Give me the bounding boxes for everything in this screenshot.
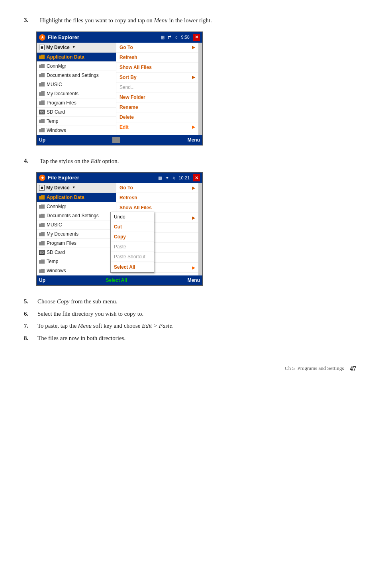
menu-delete-1[interactable]: Delete bbox=[116, 112, 198, 122]
menu-newfolder-1[interactable]: New Folder bbox=[116, 92, 198, 102]
file-item-sdcard-2[interactable]: SD SD Card bbox=[37, 248, 116, 257]
file-item-appdata-1[interactable]: Application Data bbox=[37, 53, 116, 62]
step-3-block: 3. Highlight the files you want to copy … bbox=[24, 16, 356, 146]
file-item-music-2[interactable]: MUSIC bbox=[37, 220, 116, 230]
menu-edit-1[interactable]: Edit ▶ bbox=[116, 122, 198, 132]
device-row-2[interactable]: ■ My Device ▼ bbox=[37, 183, 116, 193]
title-label-2: File Explorer bbox=[48, 174, 79, 182]
menu-rename-label-1: Rename bbox=[119, 104, 138, 111]
edit-submenu: Undo Cut Copy Paste Paste Shortcut Selec… bbox=[110, 212, 154, 273]
menu-sortby-arrow-2: ▶ bbox=[192, 215, 195, 221]
folder-icon-music-2 bbox=[39, 223, 45, 227]
step-7-text: To paste, tap the Menu soft key and choo… bbox=[37, 321, 174, 330]
menu-refresh-2[interactable]: Refresh bbox=[116, 193, 198, 203]
folder-icon-appdata-2 bbox=[39, 195, 45, 200]
file-item-connmgr-1[interactable]: ConnMgr bbox=[37, 62, 116, 71]
file-item-music-1[interactable]: MUSIC bbox=[37, 80, 116, 89]
step-3-end: in the lower right. bbox=[168, 17, 212, 24]
menu-send-1: Send... bbox=[116, 83, 198, 92]
step-3-italic: Menu bbox=[154, 17, 168, 24]
bottom-up-btn-2[interactable]: Up bbox=[39, 277, 45, 284]
file-label-music-2: MUSIC bbox=[47, 221, 62, 228]
file-item-windows-2[interactable]: Windows bbox=[37, 266, 116, 275]
titlebar-right-2: ▩ ✦ ♫ 10:21 ✕ bbox=[158, 174, 200, 181]
app-icon-2: ★ bbox=[39, 175, 45, 181]
fe-body-1: ■ My Device ▼ Application Data ConnMgr bbox=[37, 43, 202, 135]
menu-goto-arrow-1: ▶ bbox=[192, 44, 195, 50]
bottom-bar-2: Up Select All Menu bbox=[37, 275, 202, 285]
menu-goto-1[interactable]: Go To ▶ bbox=[116, 43, 198, 53]
file-item-progfiles-1[interactable]: Program Files bbox=[37, 98, 116, 108]
submenu-undo[interactable]: Undo bbox=[111, 212, 154, 222]
wifi-icon-2: ✦ bbox=[165, 175, 169, 181]
file-item-temp-1[interactable]: Temp bbox=[37, 117, 116, 126]
menu-showallfiles-label-1: Show All Files bbox=[119, 64, 152, 71]
file-item-sdcard-1[interactable]: SD SD Card bbox=[37, 108, 116, 117]
page-divider bbox=[24, 357, 356, 357]
file-item-docsettings-1[interactable]: Documents and Settings bbox=[37, 71, 116, 80]
close-button-1[interactable]: ✕ bbox=[193, 34, 200, 41]
folder-icon-docsettings-2 bbox=[39, 214, 45, 218]
footer-chapter: Ch 5 bbox=[285, 365, 295, 372]
file-item-windows-1[interactable]: Windows bbox=[37, 126, 116, 135]
folder-icon-temp-2 bbox=[39, 260, 45, 264]
menu-showallfiles-1[interactable]: Show All Files bbox=[116, 63, 198, 73]
scrollbar-1[interactable] bbox=[198, 43, 202, 135]
screenshot-1: ★ File Explorer ▩ ⇄ ♫ 9:58 ✕ bbox=[36, 31, 356, 146]
file-item-connmgr-2[interactable]: ConnMgr bbox=[37, 202, 116, 211]
device-icon-2: ■ bbox=[39, 185, 45, 191]
file-label-sdcard-2: SD Card bbox=[47, 249, 65, 256]
file-label-progfiles-2: Program Files bbox=[47, 240, 76, 247]
sd-icon-2: SD bbox=[39, 250, 45, 255]
file-item-progfiles-2[interactable]: Program Files bbox=[37, 239, 116, 248]
file-item-mydocs-1[interactable]: My Documents bbox=[37, 89, 116, 98]
step-5-text: Choose Copy from the sub menu. bbox=[37, 297, 118, 306]
menu-refresh-label-2: Refresh bbox=[119, 194, 137, 201]
menu-edit-arrow-2: ▶ bbox=[192, 265, 195, 271]
device-label-1: My Device bbox=[46, 44, 70, 51]
time-2: 10:21 bbox=[178, 175, 190, 181]
scrollbar-2[interactable] bbox=[198, 183, 202, 275]
submenu-cut[interactable]: Cut bbox=[111, 222, 154, 232]
menu-rename-1[interactable]: Rename bbox=[116, 102, 198, 112]
file-item-appdata-2[interactable]: Application Data bbox=[37, 193, 116, 202]
select-all-label[interactable]: Select All bbox=[106, 277, 127, 284]
bottom-menu-btn-1[interactable]: Menu bbox=[188, 136, 200, 144]
bottom-menu-btn-2[interactable]: Menu bbox=[188, 277, 200, 284]
menu-send-label-1: Send... bbox=[119, 84, 135, 91]
file-item-docsettings-2[interactable]: Documents and Settings bbox=[37, 211, 116, 220]
menu-goto-2[interactable]: Go To ▶ bbox=[116, 183, 198, 193]
title-label-1: File Explorer bbox=[48, 33, 79, 41]
file-label-appdata-1: Application Data bbox=[47, 53, 84, 61]
submenu-copy[interactable]: Copy bbox=[111, 232, 154, 242]
submenu-select-all[interactable]: Select All bbox=[111, 262, 154, 272]
battery-icon-2: ▩ bbox=[158, 175, 162, 181]
menu-delete-label-1: Delete bbox=[119, 114, 134, 121]
file-label-docsettings-2: Documents and Settings bbox=[47, 212, 99, 219]
file-label-connmgr-1: ConnMgr bbox=[47, 63, 66, 70]
menu-sortby-1[interactable]: Sort By ▶ bbox=[116, 73, 198, 83]
menu-goto-label-2: Go To bbox=[119, 184, 133, 191]
file-label-mydocs-2: My Documents bbox=[47, 230, 78, 238]
folder-icon-windows-1 bbox=[39, 128, 45, 132]
bottom-up-btn-1[interactable]: Up bbox=[39, 136, 45, 144]
step-3-text: Highlight the files you want to copy and… bbox=[40, 16, 356, 146]
file-item-temp-2[interactable]: Temp bbox=[37, 257, 116, 266]
menu-refresh-1[interactable]: Refresh bbox=[116, 53, 198, 63]
steps-5-8: 5. Choose Copy from the sub menu. 6. Sel… bbox=[24, 297, 356, 342]
file-item-mydocs-2[interactable]: My Documents bbox=[37, 230, 116, 239]
file-explorer-window-1: ★ File Explorer ▩ ⇄ ♫ 9:58 ✕ bbox=[36, 31, 203, 146]
file-label-docsettings-1: Documents and Settings bbox=[47, 72, 99, 79]
page-footer: Ch 5 Programs and Settings 47 bbox=[24, 361, 356, 372]
app-icon-1: ★ bbox=[39, 34, 45, 41]
device-row-1[interactable]: ■ My Device ▼ bbox=[37, 43, 116, 53]
titlebar-left-2: ★ File Explorer bbox=[39, 174, 79, 182]
menu-sortby-label-1: Sort By bbox=[119, 74, 137, 81]
dropdown-arrow-1: ▼ bbox=[72, 45, 76, 50]
close-button-2[interactable]: ✕ bbox=[193, 174, 200, 181]
menu-edit-arrow-1: ▶ bbox=[192, 124, 195, 130]
bottom-bar-1: Up Menu bbox=[37, 135, 202, 145]
step-8-number: 8. bbox=[24, 334, 33, 343]
footer-page-number: 47 bbox=[350, 365, 356, 372]
file-label-windows-2: Windows bbox=[47, 267, 66, 274]
